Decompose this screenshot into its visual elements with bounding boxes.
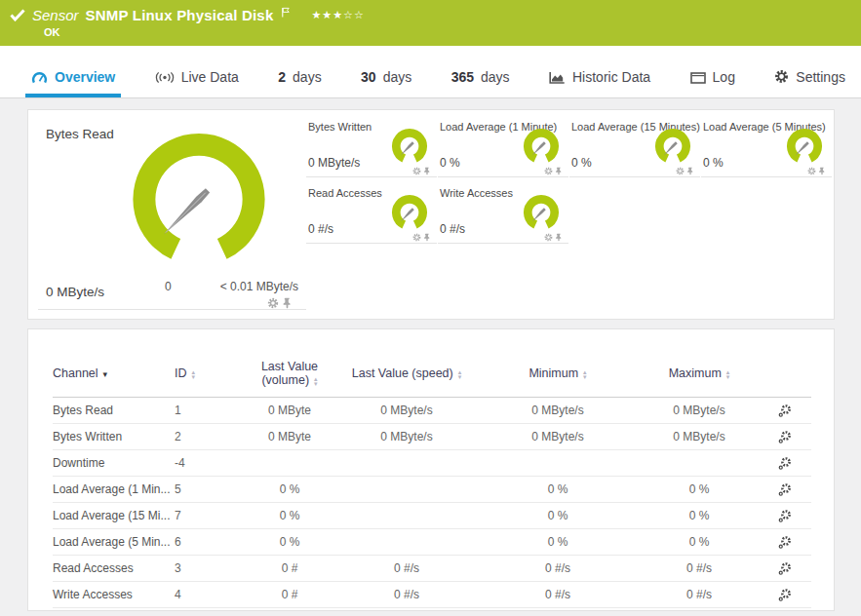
gauge-icon (31, 70, 48, 84)
last-value-volume: 0 # (241, 556, 338, 582)
gauge-pin-icon[interactable] (818, 167, 826, 175)
gauge-tile-load-average-5min[interactable]: Load Average (5 Minutes) 0 % (701, 115, 832, 177)
table-row: Bytes Written 2 0 MByte 0 MByte/s 0 MByt… (53, 424, 811, 450)
last-value-speed: 0 #/s (338, 556, 475, 582)
status-check-icon (10, 9, 25, 21)
minimum-value: 0 % (475, 503, 641, 529)
stars-empty[interactable]: ☆☆ (343, 9, 365, 20)
small-gauges-grid: Bytes Written 0 MByte/s Load Average (1 … (306, 115, 833, 244)
gauge-current-value: 0 MByte/s (46, 285, 104, 299)
channel-settings-wrench-icon[interactable] (777, 430, 792, 447)
sensor-type-label: Sensor (32, 7, 79, 23)
last-value-volume: 0 MByte (241, 398, 338, 424)
gauges-panel: Bytes Read 0 < 0.01 MByte/s 0 MByte/s By… (27, 109, 835, 320)
stars-filled[interactable]: ★★★ (311, 9, 343, 20)
channel-id: 7 (175, 503, 241, 529)
tab-365-days[interactable]: 365 days (446, 46, 516, 97)
tab-settings[interactable]: Settings (768, 46, 851, 97)
last-value-speed: 0 #/s (338, 582, 475, 608)
gauge-tile-read-accesses[interactable]: Read Accesses 0 #/s (306, 181, 437, 244)
flag-icon[interactable] (281, 7, 291, 18)
channel-settings-wrench-icon[interactable] (777, 456, 792, 474)
gauge-tile-bytes-read[interactable]: Bytes Read 0 < 0.01 MByte/s 0 MByte/s (38, 115, 306, 310)
load-average-15min-gauge (650, 127, 695, 168)
gear-icon (774, 69, 789, 84)
channel-settings-wrench-icon[interactable] (777, 482, 792, 500)
minimum-value (475, 450, 641, 477)
bytes-written-gauge (387, 127, 432, 168)
channel-name: Load Average (15 Mi... (53, 503, 175, 529)
minimum-value: 0 % (475, 529, 641, 556)
column-header-last-value-speed[interactable]: Last Value (speed)▴▾ (338, 354, 475, 398)
channel-id: 1 (175, 398, 241, 424)
gauge-tile-load-average-15min[interactable]: Load Average (15 Minutes) 0 % (569, 115, 700, 177)
channel-name: Load Average (5 Min... (53, 529, 175, 556)
gauge-settings-gear-icon[interactable] (412, 167, 421, 175)
last-value-volume: 0 % (241, 503, 338, 529)
bytes-read-gauge (116, 129, 282, 270)
column-header-channel[interactable]: Channel▾ (53, 354, 175, 398)
gauge-pin-icon[interactable] (686, 167, 694, 175)
column-header-id[interactable]: ID▴▾ (175, 354, 241, 398)
table-row: Downtime -4 (53, 450, 811, 477)
column-header-last-value-volume[interactable]: Last Value(volume)▴▾ (241, 354, 338, 398)
gauge-pin-icon[interactable] (423, 167, 431, 175)
gauge-tile-write-accesses[interactable]: Write Accesses 0 #/s (438, 181, 568, 244)
priority-stars[interactable]: ★★★☆☆ (311, 9, 364, 21)
last-value-volume: 0 MByte (241, 424, 338, 450)
tab-2-days[interactable]: 2 days (272, 46, 327, 97)
channel-id: 3 (175, 556, 241, 582)
last-value-speed: 0 MByte/s (338, 424, 475, 450)
gauge-pin-icon[interactable] (555, 233, 563, 242)
gauge-settings-gear-icon[interactable] (676, 167, 685, 175)
channels-panel: Channel▾ ID▴▾ Last Value(volume)▴▾ Last … (27, 328, 835, 611)
gauge-pin-icon[interactable] (282, 297, 293, 309)
maximum-value: 0 #/s (641, 582, 758, 608)
channel-settings-wrench-icon[interactable] (777, 535, 792, 553)
minimum-value: 0 MByte/s (475, 424, 641, 450)
channel-name: Load Average (1 Min... (53, 477, 175, 503)
column-header-minimum[interactable]: Minimum▴▾ (475, 354, 641, 398)
channel-name: Write Accesses (53, 582, 175, 608)
gauge-tile-load-average-1min[interactable]: Load Average (1 Minute) 0 % (438, 115, 568, 177)
last-value-volume: 0 % (241, 529, 338, 556)
channel-id: 2 (175, 424, 241, 450)
maximum-value: 0 MByte/s (641, 424, 758, 450)
channel-settings-wrench-icon[interactable] (777, 588, 792, 605)
channel-settings-wrench-icon[interactable] (777, 509, 792, 526)
tab-log[interactable]: Log (685, 46, 741, 97)
column-header-maximum[interactable]: Maximum▴▾ (641, 354, 758, 398)
tab-historic-data[interactable]: Historic Data (543, 46, 656, 97)
sensor-name: SNMP Linux Physical Disk (86, 7, 274, 23)
channel-name: Bytes Read (53, 398, 175, 424)
last-value-volume: 0 # (241, 582, 338, 608)
tab-bar: Overview Live Data 2 days 30 days 365 da… (0, 46, 861, 98)
tab-live-data[interactable]: Live Data (149, 46, 245, 97)
gauge-min-label: 0 (165, 280, 172, 293)
gauge-tile-bytes-written[interactable]: Bytes Written 0 MByte/s (306, 115, 437, 177)
tab-overview[interactable]: Overview (25, 46, 121, 97)
channel-name: Read Accesses (53, 556, 175, 582)
gauge-pin-icon[interactable] (423, 233, 431, 242)
channel-id: 6 (175, 529, 241, 556)
channel-settings-wrench-icon[interactable] (777, 561, 792, 579)
minimum-value: 0 MByte/s (475, 398, 641, 424)
gauge-settings-gear-icon[interactable] (544, 167, 553, 175)
gauge-pin-icon[interactable] (555, 167, 563, 175)
last-value-speed (338, 450, 475, 477)
table-row: Read Accesses 3 0 # 0 #/s 0 #/s 0 #/s (53, 556, 811, 582)
tab-30-days[interactable]: 30 days (355, 46, 417, 97)
maximum-value: 0 % (641, 503, 758, 529)
sensor-header: Sensor SNMP Linux Physical Disk ★★★☆☆ OK (0, 0, 861, 46)
load-average-1min-gauge (519, 127, 564, 168)
gauge-settings-gear-icon[interactable] (267, 297, 279, 309)
last-value-volume (241, 450, 338, 477)
table-row: Load Average (15 Mi... 7 0 % 0 % 0 % (53, 503, 811, 529)
channel-settings-wrench-icon[interactable] (777, 404, 792, 421)
write-accesses-gauge (519, 193, 564, 234)
load-average-5min-gauge (782, 127, 827, 168)
gauge-settings-gear-icon[interactable] (544, 233, 553, 242)
maximum-value: 0 #/s (641, 556, 758, 582)
gauge-settings-gear-icon[interactable] (412, 233, 421, 242)
gauge-settings-gear-icon[interactable] (807, 167, 816, 175)
